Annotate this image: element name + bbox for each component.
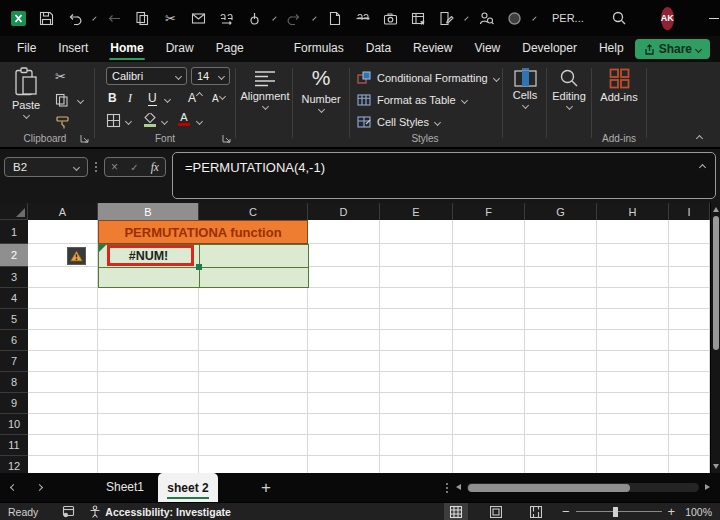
format-as-table-button[interactable]: Format as Table — [357, 92, 467, 108]
scroll-down-arrow[interactable] — [713, 464, 719, 469]
cell-E9[interactable] — [380, 393, 453, 414]
cell-H7[interactable] — [597, 351, 669, 372]
column-header-G[interactable]: G — [525, 203, 597, 220]
vertical-scrollbar[interactable] — [710, 203, 720, 473]
fill-handle[interactable] — [196, 264, 202, 270]
menu-tab-developer[interactable]: Developer — [511, 36, 588, 62]
cell-I3[interactable] — [669, 267, 710, 288]
cell-G1[interactable] — [525, 220, 597, 244]
fill-color-dropdown-chevron[interactable] — [161, 118, 168, 125]
cell-styles-button[interactable]: Cell Styles — [357, 114, 440, 130]
save-icon[interactable] — [38, 8, 55, 28]
menu-tab-formulas[interactable]: Formulas — [283, 36, 355, 62]
cell-G9[interactable] — [525, 393, 597, 414]
sheet-tab-sheet2-active[interactable]: sheet 2 — [158, 473, 218, 502]
cell-A3[interactable] — [28, 267, 98, 288]
cell-E2[interactable] — [380, 244, 453, 267]
page-break-preview-button[interactable] — [524, 503, 548, 520]
menu-tab-insert[interactable]: Insert — [47, 36, 99, 62]
cell-D6[interactable] — [308, 330, 380, 351]
cell-I4[interactable] — [669, 288, 710, 309]
fill-color-button[interactable] — [142, 113, 158, 128]
cell-E10[interactable] — [380, 414, 453, 435]
macro-record-icon[interactable] — [62, 505, 75, 518]
cell-C5[interactable] — [199, 309, 308, 330]
cell-H1[interactable] — [597, 220, 669, 244]
copy-dropdown-chevron[interactable] — [77, 97, 84, 104]
cell-G5[interactable] — [525, 309, 597, 330]
cell-E1[interactable] — [380, 220, 453, 244]
row-header-9[interactable]: 9 — [0, 393, 28, 414]
strikethrough-icon[interactable] — [354, 8, 371, 28]
cell-D11[interactable] — [308, 435, 380, 456]
cell-B7[interactable] — [98, 351, 199, 372]
cell-G6[interactable] — [525, 330, 597, 351]
cell-E3[interactable] — [380, 267, 453, 288]
zoom-level[interactable]: 100% — [685, 506, 712, 518]
horizontal-scrollbar[interactable] — [467, 483, 699, 492]
insert-function-icon[interactable]: fx — [151, 161, 159, 173]
minimize-button[interactable] — [699, 6, 720, 30]
menu-tab-view[interactable]: View — [463, 36, 511, 62]
cut-button[interactable]: ✂ — [55, 70, 66, 83]
share-button[interactable]: Share — [635, 39, 710, 59]
cell-F11[interactable] — [453, 435, 525, 456]
table-style-icon[interactable] — [410, 8, 427, 28]
normal-view-button[interactable] — [444, 503, 468, 520]
cell-E4[interactable] — [380, 288, 453, 309]
cell-B5[interactable] — [98, 309, 199, 330]
cell-I8[interactable] — [669, 372, 710, 393]
page-layout-view-button[interactable] — [484, 503, 508, 520]
editing-button[interactable]: Editing — [548, 68, 590, 109]
column-header-C[interactable]: C — [199, 203, 308, 220]
cell-E5[interactable] — [380, 309, 453, 330]
copy-icon[interactable] — [134, 8, 151, 28]
select-all-corner[interactable] — [0, 203, 28, 220]
cell-H10[interactable] — [597, 414, 669, 435]
undo-dropdown-chevron[interactable] — [92, 16, 96, 20]
cell-D2[interactable] — [308, 244, 380, 267]
cell-A8[interactable] — [28, 372, 98, 393]
font-color-dropdown-chevron[interactable] — [196, 118, 203, 125]
cut-icon[interactable]: ✂ — [162, 8, 179, 28]
column-header-A[interactable]: A — [28, 203, 98, 220]
cell-B8[interactable] — [98, 372, 199, 393]
add-ins-button[interactable]: Add-ins — [594, 68, 644, 103]
row-header-3[interactable]: 3 — [0, 267, 28, 288]
cell-H8[interactable] — [597, 372, 669, 393]
font-name-combobox[interactable]: Calibri — [106, 67, 187, 85]
cell-I9[interactable] — [669, 393, 710, 414]
number-button[interactable]: % Number — [295, 65, 347, 112]
sheet-nav-left-chevron[interactable] — [0, 473, 26, 502]
zoom-in-button[interactable]: + — [668, 504, 676, 519]
cells-button[interactable]: Cells — [505, 68, 545, 108]
cell-C10[interactable] — [199, 414, 308, 435]
cell-B6[interactable] — [98, 330, 199, 351]
copy-button[interactable] — [55, 93, 69, 107]
hscroll-left-arrow[interactable] — [456, 484, 461, 490]
row-header-4[interactable]: 4 — [0, 288, 28, 309]
italic-button[interactable]: I — [128, 91, 132, 106]
clipboard-dialog-launcher[interactable] — [80, 134, 89, 143]
find-replace-icon[interactable] — [218, 8, 235, 28]
cell-B9[interactable] — [98, 393, 199, 414]
cell-I11[interactable] — [669, 435, 710, 456]
row-header-1[interactable]: 1 — [0, 220, 28, 244]
cell-C9[interactable] — [199, 393, 308, 414]
hscroll-right-arrow[interactable] — [705, 484, 710, 490]
search-icon[interactable] — [611, 8, 628, 28]
vertical-scroll-thumb[interactable] — [713, 216, 719, 350]
new-file-icon[interactable] — [326, 8, 343, 28]
column-header-I[interactable]: I — [669, 203, 710, 220]
cell-F4[interactable] — [453, 288, 525, 309]
document-pen-dropdown-chevron[interactable] — [464, 16, 468, 20]
cell-A1[interactable] — [28, 220, 98, 244]
column-header-F[interactable]: F — [453, 203, 525, 220]
document-pen-icon[interactable] — [438, 8, 455, 28]
cell-H3[interactable] — [597, 267, 669, 288]
menu-tab-review[interactable]: Review — [402, 36, 463, 62]
cell-I6[interactable] — [669, 330, 710, 351]
cell-C4[interactable] — [199, 288, 308, 309]
cell-C8[interactable] — [199, 372, 308, 393]
cell-F3[interactable] — [453, 267, 525, 288]
